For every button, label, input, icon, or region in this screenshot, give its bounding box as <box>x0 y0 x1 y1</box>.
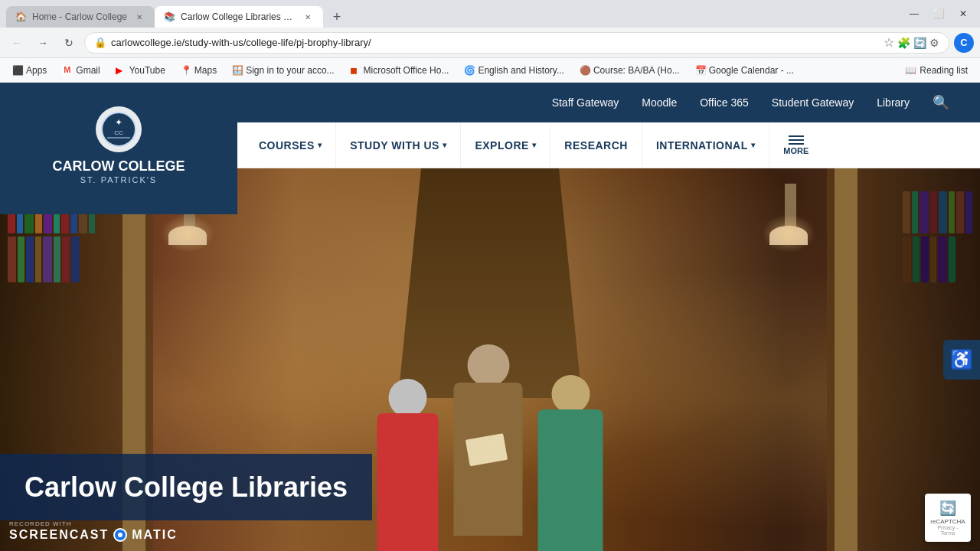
nav-more-button[interactable]: MORE <box>769 122 822 168</box>
bookmark-apps[interactable]: ⬛ Apps <box>6 64 53 77</box>
hero-title: Carlow College Libraries <box>24 471 348 504</box>
moodle-link[interactable]: Moodle <box>642 96 677 109</box>
bookmark-maps-label: Maps <box>194 65 217 76</box>
college-crest-icon: ✦ CC <box>96 106 142 152</box>
browser-tab-2[interactable]: 📚 Carlow College Libraries - Carlow... ✕ <box>155 6 323 28</box>
tab1-favicon: 🏠 <box>15 11 26 22</box>
shelf-books-right <box>903 191 972 282</box>
hero-section: Carlow College Libraries ♿ RECORDED WITH… <box>0 168 980 551</box>
recaptcha-label: reCAPTCHA <box>930 518 965 525</box>
maps-bm-icon: 📍 <box>181 65 191 76</box>
lock-icon: 🔒 <box>94 37 106 48</box>
forward-button[interactable]: → <box>32 32 54 54</box>
browser-tab-1[interactable]: 🏠 Home - Carlow College ✕ <box>6 6 155 28</box>
recorded-with-text: RECORDED WITH <box>9 520 178 528</box>
recaptcha-icon: 🔄 <box>939 500 956 517</box>
tab1-close-button[interactable]: ✕ <box>133 11 145 23</box>
browser-tabs: 🏠 Home - Carlow College ✕ 📚 Carlow Colle… <box>6 0 903 28</box>
bookmark-gmail[interactable]: M Gmail <box>56 64 106 77</box>
bookmark-msofficehome-label: Microsoft Office Ho... <box>364 65 449 76</box>
bookmark-star-icon[interactable]: ☆ <box>884 35 894 50</box>
nav-courses-label: COURSES <box>259 139 315 152</box>
close-button[interactable]: ✕ <box>952 3 974 24</box>
lamp-post-right <box>785 184 796 245</box>
extension-puzzle-icon[interactable]: 🧩 <box>897 37 910 49</box>
bookmark-gcal-label: Google Calendar - ... <box>709 65 794 76</box>
screencast-brand: SCREENCAST <box>9 528 109 542</box>
youtube-bm-icon: ▶ <box>116 65 126 76</box>
crest-svg: ✦ CC <box>100 110 138 148</box>
bookmark-course-label: Course: BA/BA (Ho... <box>593 65 680 76</box>
search-icon[interactable]: 🔍 <box>933 94 949 111</box>
site-content: Staff Gateway Moodle Office 365 Student … <box>0 83 980 551</box>
bookmark-youtube[interactable]: ▶ YouTube <box>109 64 172 77</box>
college-subtitle: ST. PATRICK'S <box>80 175 157 184</box>
address-bar[interactable]: 🔒 carlowcollege.ie/study-with-us/college… <box>84 32 949 54</box>
recaptcha-badge: 🔄 reCAPTCHA Privacy - Terms <box>925 494 971 542</box>
library-link[interactable]: Library <box>877 96 910 109</box>
staff-gateway-link[interactable]: Staff Gateway <box>552 96 619 109</box>
svg-text:CC: CC <box>114 129 123 136</box>
extensions-icon[interactable]: ⚙ <box>929 37 939 49</box>
bookmark-gmail-label: Gmail <box>76 65 100 76</box>
back-button[interactable]: ← <box>6 32 28 54</box>
person-left <box>377 379 439 551</box>
nav-research[interactable]: RESEARCH <box>550 122 642 168</box>
office365-link[interactable]: Office 365 <box>700 96 749 109</box>
reload-button[interactable]: ↻ <box>58 32 80 54</box>
nav-study-with-us[interactable]: STUDY WITH US <box>336 122 461 168</box>
signin-bm-icon: 🪟 <box>232 65 243 76</box>
recaptcha-privacy: Privacy - Terms <box>931 525 965 536</box>
msofficehome-bm-icon: ◼ <box>350 65 361 76</box>
reading-list-button[interactable]: 📖 Reading list <box>899 64 974 77</box>
screencast-dot-inner <box>118 533 122 537</box>
bookmark-signin[interactable]: 🪟 Sign in to your acco... <box>226 64 340 77</box>
maximize-button[interactable]: ⬜ <box>928 3 949 24</box>
bookmark-gcal[interactable]: 📅 Google Calendar - ... <box>689 64 800 77</box>
window-controls: — ⬜ ✕ <box>903 3 974 24</box>
hamburger-icon <box>789 135 804 145</box>
library-column-right <box>835 168 858 551</box>
nav-research-label: RESEARCH <box>564 139 628 152</box>
college-logo[interactable]: ✦ CC CARLOW COLLEGE ST. PATRICK'S <box>0 83 237 214</box>
tab2-close-button[interactable]: ✕ <box>302 11 314 23</box>
accessibility-icon: ♿ <box>950 349 973 370</box>
student-gateway-link[interactable]: Student Gateway <box>772 96 854 109</box>
update-icon[interactable]: 🔄 <box>913 37 926 49</box>
svg-text:✦: ✦ <box>115 117 122 128</box>
nav-explore[interactable]: EXPLORE <box>461 122 550 168</box>
minimize-button[interactable]: — <box>903 3 925 24</box>
nav-explore-label: EXPLORE <box>475 139 528 152</box>
hamburger-line-2 <box>789 139 804 141</box>
bookmark-englishhistory[interactable]: 🌀 English and History... <box>458 64 570 77</box>
bookmark-englishhistory-label: English and History... <box>478 65 564 76</box>
college-name: CARLOW COLLEGE <box>53 158 185 175</box>
nav-study-label: STUDY WITH US <box>350 139 439 152</box>
bookmark-signin-label: Sign in to your acco... <box>246 65 334 76</box>
bookmark-msofficehome[interactable]: ◼ Microsoft Office Ho... <box>344 64 456 77</box>
screencast-logo: SCREENCAST MATIC <box>9 528 178 542</box>
bookmark-apps-label: Apps <box>26 65 47 76</box>
reading-list-label: Reading list <box>920 65 968 76</box>
apps-bm-icon: ⬛ <box>12 65 23 76</box>
bookmarks-bar: ⬛ Apps M Gmail ▶ YouTube 📍 Maps 🪟 Sign i… <box>0 58 980 83</box>
address-bar-icons: ☆ 🧩 🔄 ⚙ <box>884 35 939 50</box>
nav-more-label: MORE <box>783 146 808 155</box>
nav-international[interactable]: INTERNATIONAL <box>642 122 769 168</box>
screencast-brand2: MATIC <box>132 528 177 542</box>
course-bm-icon: 🟤 <box>580 65 590 76</box>
accessibility-button[interactable]: ♿ <box>943 340 980 380</box>
profile-avatar[interactable]: C <box>954 33 974 53</box>
tab1-title: Home - Carlow College <box>32 11 127 22</box>
screencast-watermark: RECORDED WITH SCREENCAST MATIC <box>9 520 178 542</box>
gmail-bm-icon: M <box>62 65 73 76</box>
browser-chrome: 🏠 Home - Carlow College ✕ 📚 Carlow Colle… <box>0 0 980 83</box>
bookmark-maps[interactable]: 📍 Maps <box>175 64 223 77</box>
new-tab-button[interactable]: + <box>326 6 348 28</box>
gcal-bm-icon: 📅 <box>695 65 706 76</box>
reading-list-icon: 📖 <box>905 65 916 76</box>
url-text: carlowcollege.ie/study-with-us/college-l… <box>111 37 879 48</box>
nav-courses[interactable]: COURSES <box>245 122 336 168</box>
bookmark-course[interactable]: 🟤 Course: BA/BA (Ho... <box>573 64 686 77</box>
bookmark-youtube-label: YouTube <box>129 65 165 76</box>
